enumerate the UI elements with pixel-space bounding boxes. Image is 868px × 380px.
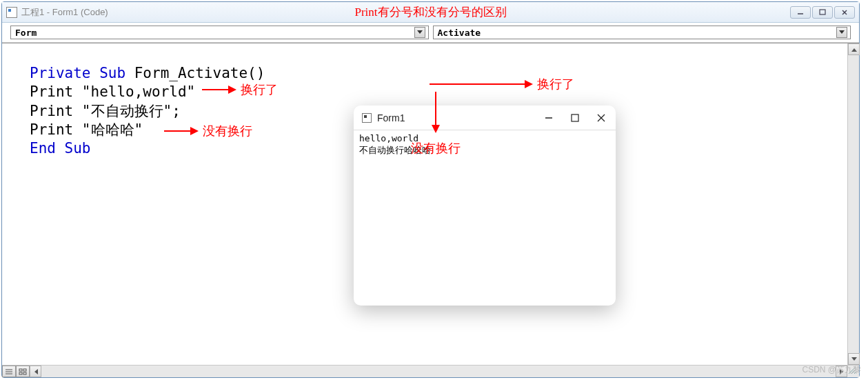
code-window: 工程1 - Form1 (Code) Print有分号和没有分号的区别 Form… xyxy=(1,1,860,378)
chevron-down-icon[interactable] xyxy=(836,27,847,38)
view-mode-buttons xyxy=(2,366,30,377)
scroll-left-button[interactable] xyxy=(30,366,41,377)
svg-rect-15 xyxy=(19,369,22,371)
form1-output: hello,world 不自动换行哈哈哈 xyxy=(354,130,616,159)
svg-rect-1 xyxy=(820,10,825,14)
form-icon xyxy=(362,113,372,123)
proc-combo[interactable]: Activate xyxy=(433,26,851,39)
vertical-scrollbar[interactable] xyxy=(847,43,859,365)
svg-rect-17 xyxy=(19,372,22,374)
minimize-button[interactable] xyxy=(790,6,811,19)
runtime-form-window: Form1 hello,world 不自动换行哈哈哈 xyxy=(354,106,616,306)
form1-controls xyxy=(543,112,607,124)
object-combo[interactable]: Form xyxy=(10,26,429,39)
form1-title: Form1 xyxy=(377,112,405,123)
annotation-label: 没有换行 xyxy=(203,123,252,139)
annotation-arrow-1: 换行了 xyxy=(202,81,278,98)
annotation-arrow-3: 换行了 xyxy=(430,76,574,92)
scroll-up-button[interactable] xyxy=(848,43,860,55)
window-title: 工程1 - Form1 (Code) xyxy=(21,6,108,19)
svg-rect-7 xyxy=(572,114,578,121)
dropdown-row: Form Activate xyxy=(2,23,859,43)
svg-rect-18 xyxy=(23,372,26,374)
editor-area: Private Sub Form_Activate() Print "hello… xyxy=(2,43,859,365)
annotation-title: Print有分号和没有分号的区别 xyxy=(354,4,506,20)
object-combo-value: Form xyxy=(15,28,37,38)
annotation-label: 换行了 xyxy=(241,81,278,98)
maximize-button[interactable] xyxy=(569,112,581,124)
titlebar: 工程1 - Form1 (Code) Print有分号和没有分号的区别 xyxy=(2,2,859,23)
close-button[interactable] xyxy=(834,6,855,19)
app-icon xyxy=(6,7,17,18)
annotation-label: 没有换行 xyxy=(411,140,461,157)
horizontal-scrollbar[interactable] xyxy=(30,366,847,377)
close-button[interactable] xyxy=(595,112,607,124)
annotation-label: 换行了 xyxy=(537,76,574,92)
watermark: CSDN @苏九黎 xyxy=(802,364,861,376)
annotation-arrow-2: 没有换行 xyxy=(164,123,252,139)
scroll-down-button[interactable] xyxy=(848,353,860,365)
full-view-button[interactable] xyxy=(16,366,30,377)
minimize-button[interactable] xyxy=(543,112,555,124)
svg-rect-16 xyxy=(23,369,26,371)
proc-view-button[interactable] xyxy=(2,366,16,377)
window-controls xyxy=(790,6,855,19)
form1-titlebar: Form1 xyxy=(354,106,616,130)
bottom-bar xyxy=(2,365,859,377)
scroll-track[interactable] xyxy=(41,366,836,377)
scroll-track[interactable] xyxy=(848,55,859,353)
annotation-arrow-4: 没有换行 xyxy=(411,92,461,157)
proc-combo-value: Activate xyxy=(438,28,481,38)
chevron-down-icon[interactable] xyxy=(414,27,425,38)
maximize-button[interactable] xyxy=(812,6,833,19)
